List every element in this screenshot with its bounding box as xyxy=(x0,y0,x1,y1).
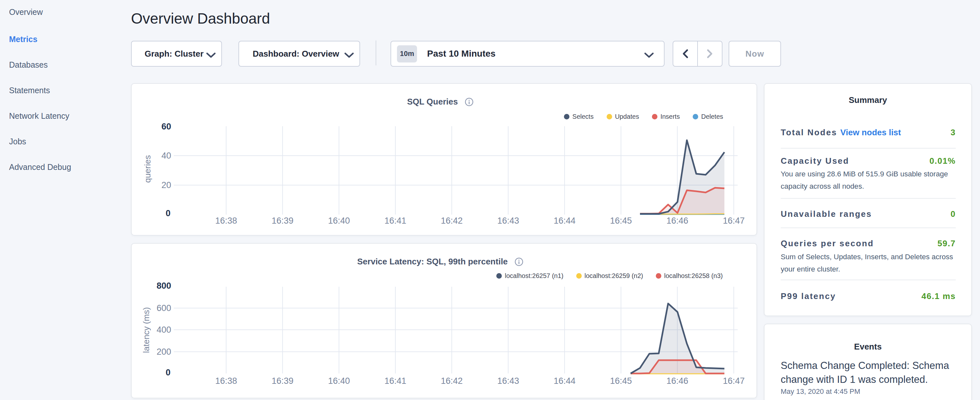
svg-text:queries: queries xyxy=(143,155,153,183)
svg-text:16:40: 16:40 xyxy=(328,216,350,226)
svg-text:16:46: 16:46 xyxy=(667,376,689,386)
svg-text:16:39: 16:39 xyxy=(272,376,294,386)
svg-text:800: 800 xyxy=(157,281,171,291)
svg-text:16:41: 16:41 xyxy=(384,376,406,386)
svg-text:16:38: 16:38 xyxy=(215,376,237,386)
svg-text:40: 40 xyxy=(161,151,171,161)
svg-text:16:46: 16:46 xyxy=(667,216,689,226)
svg-text:16:47: 16:47 xyxy=(723,376,745,386)
svg-text:0: 0 xyxy=(165,368,170,377)
svg-text:16:45: 16:45 xyxy=(610,376,632,386)
svg-text:200: 200 xyxy=(157,347,171,357)
svg-text:0: 0 xyxy=(165,209,170,218)
svg-text:16:45: 16:45 xyxy=(610,216,632,226)
svg-text:16:39: 16:39 xyxy=(272,216,294,226)
svg-text:16:42: 16:42 xyxy=(441,376,463,386)
svg-text:600: 600 xyxy=(157,303,171,313)
svg-text:16:47: 16:47 xyxy=(723,216,745,226)
svg-text:16:40: 16:40 xyxy=(328,376,350,386)
svg-text:16:44: 16:44 xyxy=(554,376,576,386)
svg-text:20: 20 xyxy=(161,180,171,190)
svg-text:400: 400 xyxy=(157,325,171,335)
svg-text:16:44: 16:44 xyxy=(554,216,576,226)
svg-text:16:38: 16:38 xyxy=(215,216,237,226)
svg-text:16:42: 16:42 xyxy=(441,216,463,226)
svg-text:16:43: 16:43 xyxy=(497,376,519,386)
svg-text:16:41: 16:41 xyxy=(384,216,406,226)
svg-text:latency (ms): latency (ms) xyxy=(142,307,151,353)
svg-text:60: 60 xyxy=(161,122,171,131)
svg-text:16:43: 16:43 xyxy=(497,216,519,226)
